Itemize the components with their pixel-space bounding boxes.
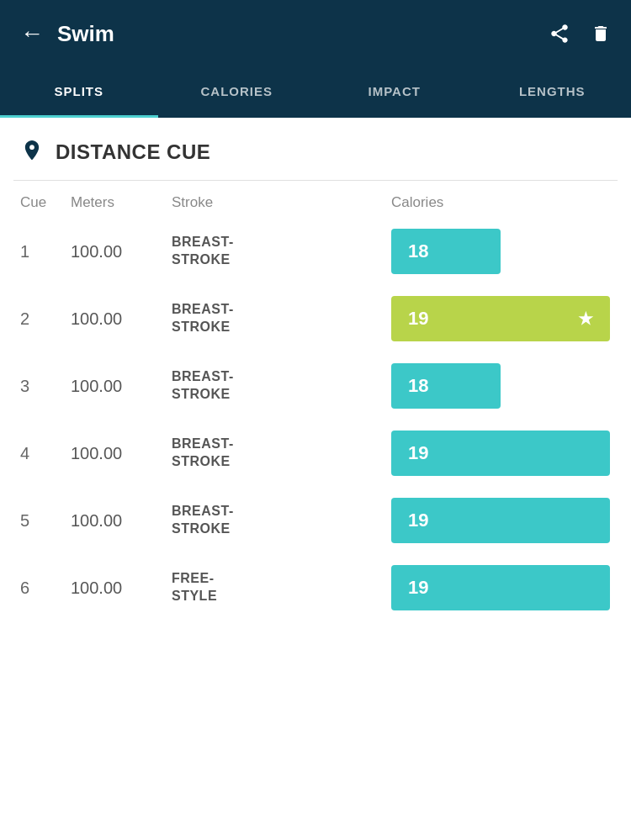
cell-calories-6: 19 [391,565,611,610]
cell-cue-6: 6 [20,578,71,598]
cell-calories-2: 19 ★ [391,296,611,341]
cell-meters-5: 100.00 [71,511,172,531]
cell-stroke-4: BREAST-STROKE [172,436,391,471]
cell-calories-1: 18 [391,229,611,274]
calorie-bar-5: 19 [391,498,610,543]
calorie-bar-1: 18 [391,229,501,274]
star-icon: ★ [578,309,593,329]
tab-calories[interactable]: CALORIES [158,67,316,118]
delete-icon[interactable] [591,23,611,45]
table-row: 6 100.00 FREE-STYLE 19 [0,554,631,621]
cell-stroke-2: BREAST-STROKE [172,301,391,336]
table-row: 4 100.00 BREAST-STROKE 19 [0,420,631,487]
app-header: ← Swim [0,0,631,67]
cell-calories-3: 18 [391,363,611,409]
cell-cue-4: 4 [20,444,71,463]
tab-lengths[interactable]: LENGTHS [474,67,632,118]
cell-calories-4: 19 [391,431,611,476]
content-area: DISTANCE CUE Cue Meters Stroke Calories … [0,118,631,840]
cell-meters-2: 100.00 [71,309,172,329]
location-icon [20,138,44,166]
cell-cue-5: 5 [20,511,71,531]
cell-meters-3: 100.00 [71,377,172,396]
table-row: 5 100.00 BREAST-STROKE 19 [0,487,631,554]
table-row: 3 100.00 BREAST-STROKE 18 [0,352,631,420]
tab-impact[interactable]: IMPACT [316,67,474,118]
cell-calories-5: 19 [391,498,611,543]
cell-meters-4: 100.00 [71,444,172,463]
tab-splits[interactable]: SPLITS [0,67,158,118]
page-title: Swim [57,21,549,47]
calorie-bar-4: 19 [391,431,610,476]
cell-cue-2: 2 [20,309,71,329]
table-row: 2 100.00 BREAST-STROKE 19 ★ [0,285,631,352]
cell-stroke-5: BREAST-STROKE [172,503,391,538]
cell-cue-1: 1 [20,242,71,262]
col-stroke: Stroke [172,194,391,211]
cell-cue-3: 3 [20,377,71,396]
col-calories: Calories [391,194,611,211]
back-button[interactable]: ← [20,20,44,47]
col-cue: Cue [20,194,71,211]
section-header: DISTANCE CUE [0,118,631,180]
section-title: DISTANCE CUE [56,140,210,164]
calorie-bar-2: 19 ★ [391,296,610,341]
col-meters: Meters [71,194,172,211]
cell-meters-6: 100.00 [71,578,172,598]
calorie-bar-3: 18 [391,363,501,409]
table-row: 1 100.00 BREAST-STROKE 18 [0,218,631,285]
table-header: Cue Meters Stroke Calories [0,181,631,218]
cell-stroke-1: BREAST-STROKE [172,234,391,269]
calorie-bar-6: 19 [391,565,610,610]
header-actions [549,23,611,45]
share-icon[interactable] [549,23,570,45]
cell-stroke-3: BREAST-STROKE [172,368,391,404]
cell-stroke-6: FREE-STYLE [172,570,391,605]
cell-meters-1: 100.00 [71,242,172,262]
tab-bar: SPLITS CALORIES IMPACT LENGTHS [0,67,631,118]
